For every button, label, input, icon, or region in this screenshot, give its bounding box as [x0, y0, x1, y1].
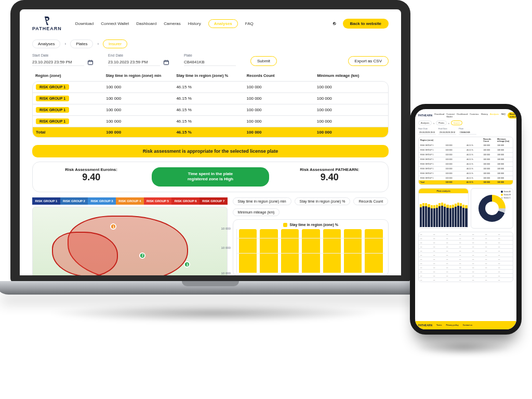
phone-brand-logo[interactable]: PATHEARN	[418, 114, 432, 117]
chart-title: Stay time in region (zone) %	[290, 223, 338, 227]
phone-nav-history[interactable]: History	[481, 113, 488, 118]
bar	[460, 203, 462, 227]
chart-card: Stay time in region (zone) % 10 000 10 0…	[233, 219, 389, 275]
chip-stay-pct[interactable]: Stay time in region (zone) %	[295, 197, 351, 205]
phone-plate-label: Plate	[459, 127, 476, 130]
table-row: ———————	[419, 248, 513, 252]
bar	[431, 205, 433, 227]
phone-nav-analyses[interactable]: Analyses	[490, 113, 499, 118]
phone-nav-connect[interactable]: Connect Wallet	[446, 113, 455, 118]
nav-links: Download Connect Wallet Dashboard Camera…	[75, 19, 326, 28]
nav-connect-wallet[interactable]: Connect Wallet	[101, 21, 129, 26]
crumb-insurer[interactable]: Insurer	[103, 39, 127, 48]
start-date-input[interactable]	[32, 59, 84, 66]
crumb-analyses[interactable]: Analyses	[32, 39, 60, 48]
col-mileage: Minimum mileage (km)	[317, 73, 385, 78]
legend-risk-group-2[interactable]: RISK GROUP 2	[60, 197, 88, 205]
back-to-website-button[interactable]: Back to website	[343, 19, 389, 29]
bar	[260, 229, 277, 273]
nav-history[interactable]: History	[188, 21, 201, 26]
app-root: PATHEARN Download Connect Wallet Dashboa…	[20, 9, 401, 275]
bar	[465, 205, 467, 227]
bar	[444, 204, 446, 227]
y-tick: 10 000	[221, 272, 231, 275]
table-row: RISK GROUP 1100 00046.15 %100 000100 000	[33, 104, 388, 115]
phone-breadcrumb: Analyses › Plates › Insurer	[418, 121, 513, 125]
phone-footer-contact[interactable]: Contact us	[463, 324, 473, 326]
zone-time-badge: Time spent in the plate registered zone …	[152, 167, 269, 187]
phone-app: PATHEARN Download Connect Wallet Dashboa…	[415, 109, 516, 329]
calendar-icon[interactable]	[87, 59, 94, 65]
bar	[433, 205, 435, 227]
export-csv-button[interactable]: Export as CSV	[348, 56, 389, 66]
submit-button[interactable]: Submit	[250, 56, 277, 66]
chip-stay-min[interactable]: Stay time in region (zone) min	[233, 197, 291, 205]
table-row: RISK GROUP 1100 00046.15 %100 000100 000	[419, 176, 513, 180]
phone-back-button[interactable]: Back to website	[508, 112, 516, 118]
legend-risk-group-1[interactable]: RISK GROUP 1	[32, 197, 60, 205]
bar	[302, 229, 320, 273]
phone-table2: ————————————————————————————————————————…	[418, 232, 513, 282]
chevron-right-icon: ›	[97, 42, 99, 46]
donut-legend-a: Series A	[501, 191, 511, 193]
table-row: RISK GROUP 1100 00046.15 %100 000100 000	[419, 152, 513, 157]
col-stay-min: Stay time in region (zone) min	[106, 73, 175, 78]
table-row: ———————	[419, 265, 513, 269]
chevron-right-icon: ›	[433, 122, 434, 125]
bar	[438, 203, 441, 227]
legend-risk-group-4[interactable]: RISK GROUP 4	[116, 197, 144, 205]
bar	[428, 204, 430, 227]
phone-start-input[interactable]	[418, 130, 436, 135]
phone-filters: Start Date End Date Plate	[418, 127, 513, 135]
map-pin-icon[interactable]: 3	[184, 261, 190, 268]
svg-rect-1	[164, 61, 169, 65]
col-region: Region (zone)	[35, 73, 104, 78]
chip-records[interactable]: Records Count	[353, 197, 388, 205]
bar	[436, 205, 438, 227]
filters-row: Start Date End Date	[32, 54, 389, 66]
phone-end-input[interactable]	[438, 130, 456, 135]
laptop-device: PATHEARN Download Connect Wallet Dashboa…	[10, 0, 410, 295]
legend-risk-group-3[interactable]: RISK GROUP 3	[88, 197, 116, 205]
phone-crumb-c[interactable]: Insurer	[451, 121, 462, 125]
phone-nav-cameras[interactable]: Cameras	[470, 113, 478, 118]
nav-download[interactable]: Download	[75, 21, 94, 26]
phone-bar-title: Plate analysis	[419, 189, 468, 193]
brand-logo[interactable]: PATHEARN	[32, 16, 62, 31]
legend-risk-group-6[interactable]: RISK GROUP 6	[171, 197, 200, 205]
phone-footer-terms[interactable]: Terms	[436, 324, 442, 326]
legend-risk-group-5[interactable]: RISK GROUP 5	[144, 197, 172, 205]
table-row: ———————	[419, 240, 513, 244]
legend-risk-group-7[interactable]: RISK GROUP 7	[200, 197, 228, 205]
table-row: ———————	[419, 252, 513, 257]
calendar-icon[interactable]	[163, 59, 169, 65]
chip-mileage[interactable]: Minimum mileage (km)	[233, 208, 280, 216]
phone-footer-privacy[interactable]: Privacy policy	[446, 324, 459, 326]
table-row: ———————	[419, 261, 513, 265]
phone-nav-dashboard[interactable]: Dashboard	[457, 113, 468, 118]
lower-panels: RISK GROUP 1 RISK GROUP 2 RISK GROUP 3 R…	[32, 197, 389, 275]
plate-input[interactable]	[184, 59, 236, 66]
nav-analyses[interactable]: Analyses	[208, 19, 238, 28]
risk-map[interactable]: 1 2 3	[32, 207, 228, 275]
bar	[281, 229, 299, 273]
col-stay-pct: Stay time in region (zone) %	[176, 73, 245, 78]
phone-plate-input[interactable]	[459, 130, 476, 135]
nav-cameras[interactable]: Cameras	[164, 21, 180, 26]
risk-group-tag: RISK GROUP 1	[36, 118, 69, 124]
phone-nav-download[interactable]: Download	[434, 113, 444, 118]
table-row: ———————	[419, 257, 513, 261]
phone-table1: Region (zone)Records CountMinimum mileag…	[418, 137, 513, 185]
nav-faq[interactable]: FAQ	[245, 21, 254, 26]
crumb-plates[interactable]: Plates	[70, 39, 93, 48]
phone-crumb-a[interactable]: Analyses	[418, 121, 432, 125]
phone-end-label: End Date	[438, 127, 456, 130]
phone-crumb-b[interactable]: Plates	[436, 121, 447, 125]
phone-device: PATHEARN Download Connect Wallet Dashboa…	[410, 104, 522, 335]
y-tick: 10 000	[221, 227, 231, 230]
phone-nav-faq[interactable]: FAQ	[501, 113, 506, 118]
brand-logo-icon	[41, 16, 52, 26]
logout-icon[interactable]: ⎋	[333, 21, 336, 26]
end-date-input[interactable]	[108, 59, 160, 66]
nav-dashboard[interactable]: Dashboard	[136, 21, 156, 26]
